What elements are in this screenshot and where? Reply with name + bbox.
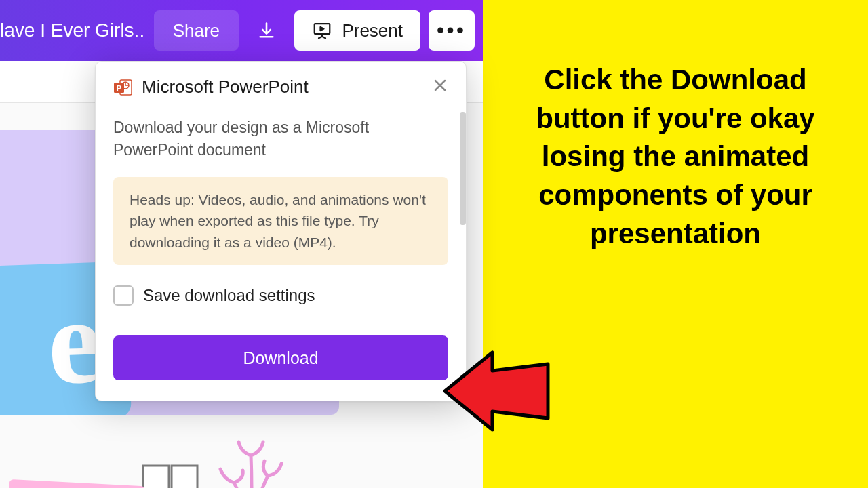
download-button[interactable]: Download — [113, 336, 448, 380]
red-arrow-annotation — [439, 340, 555, 442]
svg-text:P: P — [117, 83, 121, 92]
app-left-pane: lave I Ever Girls... Share Present ••• e — [0, 0, 483, 488]
popup-header: P Microsoft PowerPoint — [113, 77, 448, 98]
download-icon — [257, 21, 276, 40]
topbar: lave I Ever Girls... Share Present ••• — [0, 0, 483, 61]
more-button[interactable]: ••• — [429, 10, 475, 51]
share-button[interactable]: Share — [154, 10, 239, 51]
powerpoint-icon: P — [113, 78, 132, 97]
popup-title: Microsoft PowerPoint — [142, 77, 432, 98]
download-popup: P Microsoft PowerPoint Download your des… — [95, 61, 467, 401]
plant-decoration — [203, 422, 298, 488]
save-settings-row: Save download settings — [113, 285, 448, 306]
ellipsis-icon: ••• — [437, 19, 467, 42]
svg-rect-1 — [143, 466, 169, 488]
document-title[interactable]: lave I Ever Girls... — [0, 20, 146, 41]
instruction-text: Click the Download button if you're okay… — [510, 61, 841, 253]
save-settings-checkbox[interactable] — [113, 285, 134, 306]
present-label: Present — [342, 20, 403, 41]
close-button[interactable] — [432, 77, 448, 97]
sticky-note-decoration — [4, 479, 145, 488]
warning-message: Heads up: Videos, audio, and animations … — [113, 177, 448, 266]
popup-description: Download your design as a Microsoft Powe… — [113, 117, 448, 162]
save-settings-label: Save download settings — [143, 286, 315, 305]
close-icon — [432, 77, 448, 94]
svg-rect-2 — [172, 466, 197, 488]
grid-decoration — [140, 462, 201, 488]
present-button[interactable]: Present — [294, 10, 420, 51]
presentation-icon — [312, 20, 332, 41]
download-icon-button[interactable] — [247, 10, 286, 51]
popup-scroll-thumb[interactable] — [460, 112, 466, 225]
